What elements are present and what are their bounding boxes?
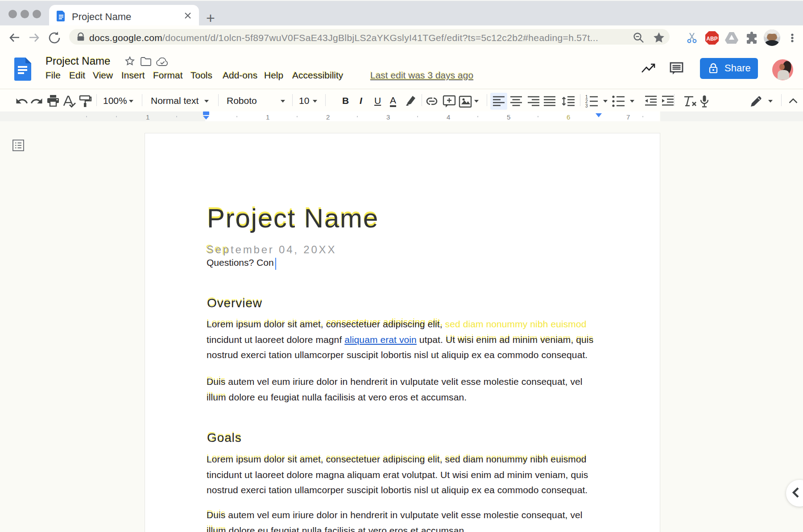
svg-text:3: 3 [585,103,588,108]
svg-text:ABP: ABP [706,36,717,42]
